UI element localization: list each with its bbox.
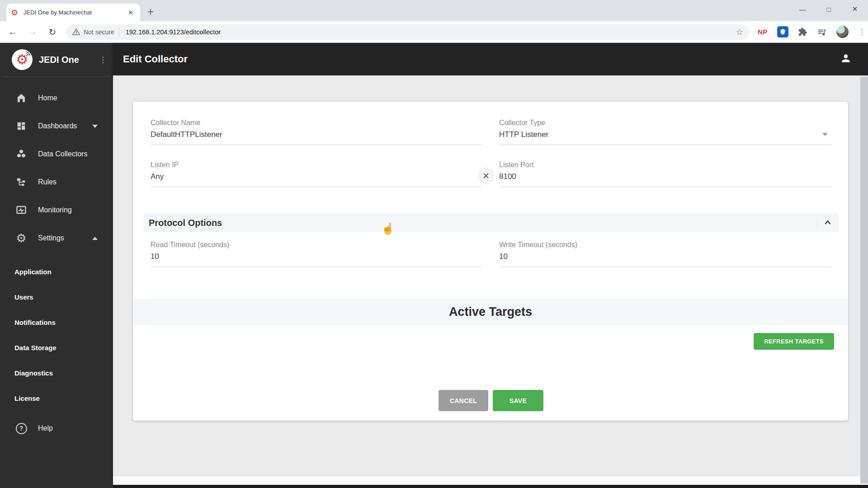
- page-scrollbar[interactable]: [860, 77, 868, 483]
- reload-icon[interactable]: ↻: [42, 27, 62, 38]
- browser-toolbar: ← → ↻ Not secure 192.168.1.204:9123/edit…: [0, 21, 868, 43]
- sub-item-label: Users: [14, 293, 33, 301]
- monitoring-icon: [15, 204, 27, 216]
- tab-close-icon[interactable]: ✕: [126, 9, 136, 17]
- collector-type-value: HTTP Listener: [499, 130, 548, 139]
- data-collectors-icon: [15, 148, 27, 160]
- page-title: Edit Collector: [123, 53, 188, 65]
- help-icon: ?: [15, 422, 27, 434]
- sidebar-item-diagnostics[interactable]: Diagnostics: [0, 360, 113, 385]
- site-favicon-icon: ⚙: [11, 9, 19, 17]
- jedi-one-logo-icon: ⚙: [12, 49, 33, 70]
- extensions-puzzle-icon[interactable]: [798, 27, 807, 37]
- refresh-targets-button[interactable]: REFRESH TARGETS: [754, 333, 834, 350]
- active-targets-title: Active Targets: [449, 305, 532, 319]
- listen-ip-input[interactable]: [151, 172, 482, 187]
- security-label: Not secure: [84, 28, 114, 36]
- sidebar-item-dashboards[interactable]: Dashboards: [0, 112, 113, 140]
- browser-menu-icon[interactable]: ⋮: [858, 27, 866, 37]
- sidebar-item-label: Dashboards: [38, 122, 77, 130]
- sidebar-item-settings[interactable]: ⚙ Settings: [0, 224, 113, 252]
- listen-port-input[interactable]: [499, 172, 831, 187]
- footer-strip: [113, 476, 868, 485]
- tab-title: JEDI One by Machinechat: [24, 9, 126, 16]
- rules-icon: [15, 176, 27, 188]
- settings-submenu: Application Users Notifications Data Sto…: [0, 259, 113, 411]
- cancel-button[interactable]: CANCEL: [439, 390, 488, 411]
- sidebar-item-home[interactable]: Home: [0, 84, 113, 112]
- sidebar-item-data-storage[interactable]: Data Storage: [0, 335, 113, 360]
- clear-icon[interactable]: ✕: [477, 167, 495, 184]
- media-queue-icon[interactable]: [817, 27, 827, 37]
- sidebar-item-rules[interactable]: Rules: [0, 168, 113, 196]
- sidebar-item-label: Monitoring: [38, 206, 72, 214]
- url-text: 192.168.1.204:9123/editcollector: [126, 28, 736, 36]
- sub-item-label: Application: [14, 268, 52, 276]
- bitwarden-shield-icon[interactable]: [777, 26, 788, 38]
- sidebar-item-license[interactable]: License: [0, 385, 113, 411]
- listen-port-label: Listen Port: [499, 161, 831, 169]
- write-timeout-field: Write Timeout (seconds): [499, 241, 831, 267]
- sidebar-item-label: Data Collectors: [38, 150, 87, 158]
- window-maximize-icon[interactable]: □: [816, 0, 842, 18]
- new-tab-button[interactable]: +: [147, 6, 154, 18]
- listen-ip-label: Listen IP: [151, 161, 482, 169]
- sidebar-item-data-collectors[interactable]: Data Collectors: [0, 140, 113, 168]
- collapse-chevron-icon[interactable]: [817, 218, 838, 228]
- collector-name-field: Collector Name: [151, 119, 482, 145]
- home-icon: [15, 92, 27, 104]
- account-icon[interactable]: [840, 52, 852, 66]
- signal-icon: [25, 50, 32, 56]
- active-targets-band: Active Targets: [133, 299, 848, 325]
- sidebar-item-application[interactable]: Application: [0, 259, 113, 284]
- address-bar[interactable]: Not secure 192.168.1.204:9123/editcollec…: [66, 24, 750, 40]
- read-timeout-input[interactable]: [151, 252, 482, 267]
- sidebar-item-label: Settings: [38, 234, 64, 242]
- collector-type-label: Collector Type: [499, 119, 831, 127]
- back-icon[interactable]: ←: [3, 27, 23, 37]
- sidebar: ⚙ JEDI One ⋮ Home D: [0, 43, 113, 488]
- listen-port-field: Listen Port: [499, 161, 831, 187]
- forward-icon[interactable]: →: [23, 27, 42, 37]
- edit-collector-card: Collector Name Collector Type HTTP Liste…: [133, 102, 848, 421]
- collector-name-label: Collector Name: [151, 119, 482, 127]
- protocol-options-header[interactable]: Protocol Options: [144, 214, 839, 232]
- window-controls: — □ ✕: [789, 0, 868, 18]
- sidebar-menu-dots-icon[interactable]: ⋮: [99, 55, 107, 65]
- sub-item-label: Data Storage: [14, 344, 57, 352]
- chevron-down-icon: [92, 125, 98, 128]
- collector-name-input[interactable]: [151, 130, 482, 145]
- read-timeout-field: Read Timeout (seconds): [151, 241, 482, 267]
- sidebar-nav: Home Dashboards Data Collectors: [0, 84, 113, 442]
- sidebar-item-notifications[interactable]: Notifications: [0, 310, 113, 335]
- protocol-options-title: Protocol Options: [149, 218, 222, 228]
- write-timeout-input[interactable]: [499, 252, 831, 267]
- bookmark-star-icon[interactable]: ☆: [736, 27, 743, 37]
- sidebar-item-help[interactable]: ? Help: [0, 414, 113, 442]
- sub-item-label: License: [14, 394, 40, 402]
- read-timeout-label: Read Timeout (seconds): [151, 241, 482, 249]
- app-header: Edit Collector: [113, 43, 868, 75]
- profile-avatar[interactable]: [836, 26, 849, 38]
- omnibox-divider: [119, 28, 119, 37]
- sub-item-label: Diagnostics: [14, 369, 53, 377]
- sub-item-label: Notifications: [14, 319, 56, 326]
- screen: ⚙ JEDI One by Machinechat ✕ + — □ ✕ ← → …: [0, 0, 868, 488]
- sidebar-item-monitoring[interactable]: Monitoring: [0, 196, 113, 224]
- write-timeout-label: Write Timeout (seconds): [499, 241, 831, 249]
- sidebar-item-users[interactable]: Users: [0, 284, 113, 310]
- window-close-icon[interactable]: ✕: [842, 0, 868, 18]
- settings-gear-icon: ⚙: [15, 232, 27, 244]
- np-extension-icon[interactable]: NP: [758, 28, 768, 36]
- bottom-dark-strip: [113, 485, 868, 488]
- dropdown-caret-icon: [822, 133, 828, 136]
- window-minimize-icon[interactable]: —: [789, 0, 816, 18]
- listen-ip-field: Listen IP ✕: [151, 161, 482, 187]
- collector-type-field: Collector Type HTTP Listener: [499, 119, 831, 145]
- brand-name: JEDI One: [39, 55, 99, 65]
- main-content: Collector Name Collector Type HTTP Liste…: [113, 75, 868, 488]
- save-button[interactable]: SAVE: [493, 390, 543, 411]
- browser-tab[interactable]: ⚙ JEDI One by Machinechat ✕: [6, 4, 140, 21]
- sidebar-item-label: Help: [38, 424, 53, 432]
- collector-type-select[interactable]: HTTP Listener: [499, 130, 831, 145]
